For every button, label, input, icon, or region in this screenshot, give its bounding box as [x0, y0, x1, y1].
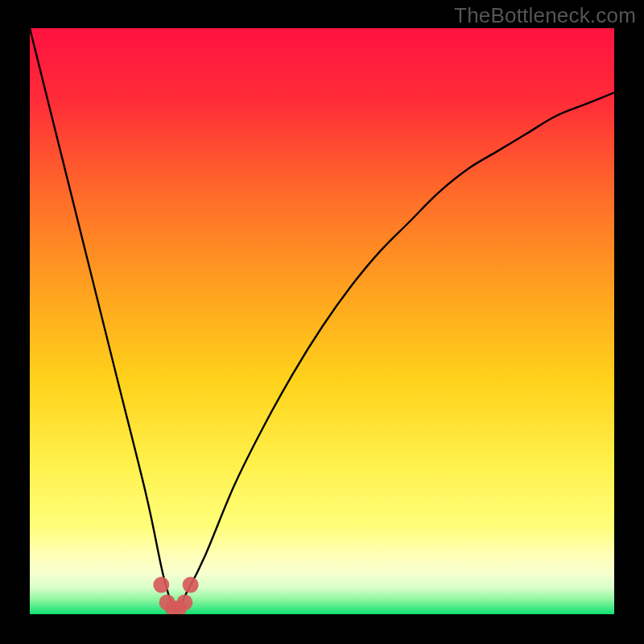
plot-svg — [30, 28, 614, 614]
marker-dot — [183, 577, 199, 593]
marker-dot — [176, 594, 192, 610]
chart-frame: TheBottleneck.com — [0, 0, 644, 644]
plot-area — [30, 28, 614, 614]
gradient-background — [30, 28, 614, 614]
marker-dot — [153, 577, 169, 593]
watermark-text: TheBottleneck.com — [454, 3, 636, 28]
